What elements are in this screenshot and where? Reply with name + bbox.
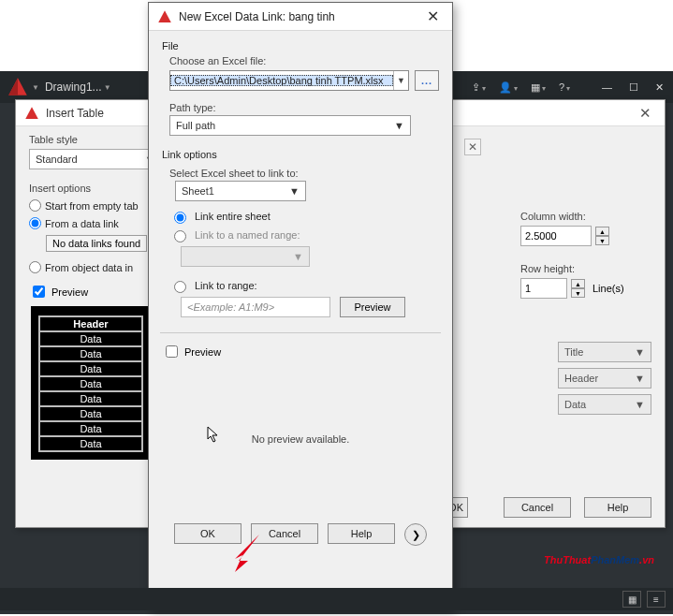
new-excel-data-link-dialog: New Excel Data Link: bang tinh ✕ File Ch…	[148, 2, 453, 609]
preview-table: Header Data Data Data Data Data Data Dat…	[31, 306, 151, 460]
opt-from-object-label: From object data in	[45, 262, 133, 273]
user-icon[interactable]: 👤▾	[499, 81, 518, 94]
preview-checkbox-row[interactable]: Preview	[162, 343, 439, 360]
svg-marker-1	[8, 78, 18, 95]
opt-link-entire[interactable]: Link entire sheet	[169, 209, 439, 224]
choose-file-label: Choose an Excel file:	[169, 55, 439, 66]
close-button[interactable]: ✕	[634, 103, 657, 124]
opt-start-empty-label: Start from empty tab	[45, 200, 139, 212]
chevron-down-icon: ▼	[394, 120, 404, 131]
select-sheet-label: Select Excel sheet to link to:	[169, 168, 439, 179]
inner-close-button[interactable]: ✕	[464, 139, 481, 155]
mouse-cursor-icon	[207, 426, 220, 445]
preview-range-button[interactable]: Preview	[340, 297, 405, 317]
preview-area: No preview available.	[162, 360, 439, 518]
named-range-select: ▼	[181, 246, 310, 267]
excel-file-value: C:\Users\Admin\Desktop\bang tinh TTPM.xl…	[170, 75, 393, 86]
titlebar-right-cluster: ⇪▾ 👤▾ ▦▾ ?▾ — ☐ ✕	[472, 81, 667, 94]
radio-link-named[interactable]	[174, 230, 186, 242]
document-tab[interactable]: Drawing1...	[45, 81, 102, 94]
link-options-label: Link options	[162, 149, 439, 160]
column-width-input[interactable]: 2.5000	[520, 226, 592, 246]
excel-file-combo[interactable]: C:\Users\Admin\Desktop\bang tinh TTPM.xl…	[169, 70, 409, 91]
preview-data-cell: Data	[38, 435, 143, 452]
chevron-down-icon: ▼	[393, 71, 408, 90]
browse-button[interactable]: ...	[415, 70, 439, 91]
row-height-input[interactable]: 1	[520, 278, 567, 299]
help-button[interactable]: Help	[328, 523, 395, 544]
radio-from-datalink[interactable]	[29, 217, 41, 229]
file-group-label: File	[162, 40, 439, 51]
insert-table-title: Insert Table	[46, 107, 104, 120]
svg-marker-2	[25, 107, 38, 119]
help-icon[interactable]: ?▾	[559, 81, 570, 93]
radio-from-object[interactable]	[29, 261, 41, 273]
help-button[interactable]: Help	[584, 497, 651, 518]
radio-link-range[interactable]	[174, 281, 186, 293]
apps-icon[interactable]: ▦▾	[531, 81, 546, 94]
column-width-spinner[interactable]: ▲▼	[595, 227, 609, 245]
cancel-button[interactable]: Cancel	[504, 497, 571, 518]
preview-checkbox-label: Preview	[184, 346, 221, 358]
column-width-label: Column width:	[520, 211, 651, 222]
autocad-logo-small	[156, 8, 173, 25]
preview-checkbox[interactable]	[33, 286, 45, 298]
annotation-arrow-icon	[231, 531, 265, 572]
opt-link-named[interactable]: Link to a named range:	[169, 227, 439, 242]
divider	[160, 332, 441, 333]
style-title-select[interactable]: Title▼	[558, 342, 651, 362]
close-icon[interactable]: ✕	[655, 81, 664, 94]
opt-from-datalink-label: From a data link	[45, 218, 119, 229]
expand-button[interactable]: ❯	[404, 523, 427, 546]
table-style-value: Standard	[36, 154, 78, 165]
row-height-unit: Line(s)	[593, 283, 624, 294]
no-preview-text: No preview available.	[252, 433, 350, 445]
svg-marker-3	[158, 10, 171, 22]
watermark-text: ThuThuatPhanMem.vn	[544, 544, 654, 569]
minimize-icon[interactable]: —	[602, 81, 612, 94]
table-style-select[interactable]: Standard ▼	[29, 149, 160, 169]
row-height-label: Row height:	[520, 263, 651, 274]
opt-link-range-label: Link to range:	[195, 280, 257, 291]
chevron-down-icon: ▼	[289, 185, 300, 197]
path-type-label: Path type:	[169, 102, 439, 113]
range-input[interactable]: <Example: A1:M9>	[181, 297, 330, 317]
status-icon[interactable]: ▦	[622, 591, 641, 608]
chevron-down-icon[interactable]: ▼	[32, 83, 39, 92]
status-icon[interactable]: ≡	[647, 591, 666, 608]
style-data-select[interactable]: Data▼	[558, 394, 651, 415]
radio-link-entire[interactable]	[174, 212, 186, 224]
path-type-select[interactable]: Full path ▼	[169, 115, 411, 136]
maximize-icon[interactable]: ☐	[629, 81, 638, 94]
data-link-titlebar: New Excel Data Link: bang tinh ✕	[149, 3, 452, 31]
opt-link-range[interactable]: Link to range:	[169, 278, 439, 293]
opt-link-entire-label: Link entire sheet	[195, 211, 271, 222]
row-height-spinner[interactable]: ▲▼	[571, 279, 585, 298]
style-header-select[interactable]: Header▼	[558, 368, 651, 389]
autocad-statusbar: ▦ ≡	[0, 588, 673, 610]
chevron-right-icon: ❯	[412, 529, 420, 541]
preview-checkbox-label: Preview	[51, 286, 88, 298]
path-type-value: Full path	[176, 120, 215, 131]
preview-checkbox[interactable]	[166, 345, 178, 358]
chevron-down-icon[interactable]: ▼	[104, 83, 111, 92]
datalink-select[interactable]: No data links found	[46, 235, 147, 252]
window-controls: — ☐ ✕	[602, 81, 664, 94]
data-link-title: New Excel Data Link: bang tinh	[179, 10, 335, 23]
autocad-logo	[6, 75, 30, 99]
cell-styles-column: Title▼ Header▼ Data▼	[558, 342, 651, 420]
share-icon[interactable]: ⇪▾	[472, 81, 486, 94]
sheet-value: Sheet1	[182, 185, 214, 197]
autocad-logo-small	[23, 105, 40, 122]
close-button[interactable]: ✕	[421, 6, 445, 27]
insert-table-right-column: Column width: 2.5000 ▲▼ Row height: 1 ▲▼…	[520, 209, 651, 299]
radio-start-empty[interactable]	[29, 199, 41, 212]
sheet-select[interactable]: Sheet1 ▼	[175, 181, 306, 201]
opt-link-named-label: Link to a named range:	[195, 229, 300, 241]
